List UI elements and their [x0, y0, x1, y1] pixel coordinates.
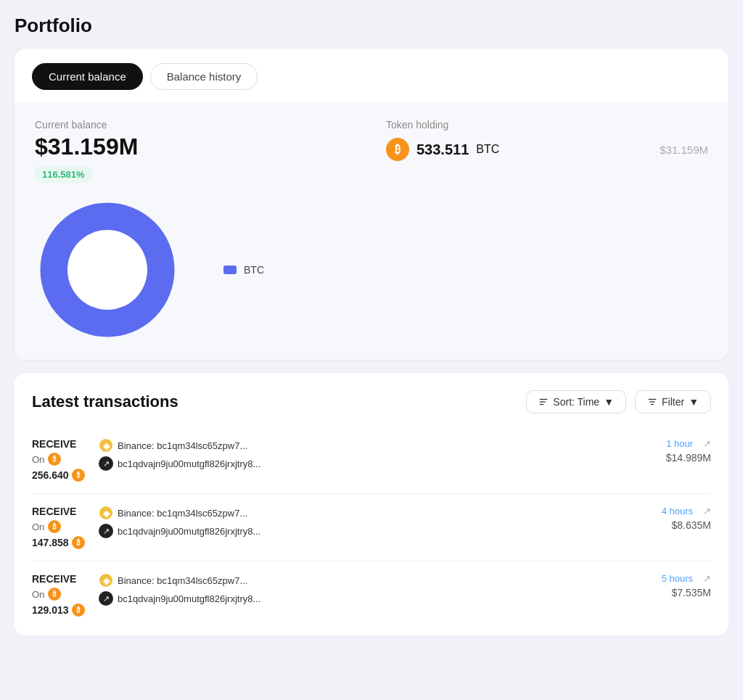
- balance-left: Current balance $31.159M 116.581%: [35, 119, 357, 183]
- tx-from-row-1: ◈ Binance: bc1qm34lsc65zpw7...: [99, 506, 630, 520]
- tab-current-balance[interactable]: Current balance: [32, 63, 143, 90]
- svg-point-1: [67, 230, 147, 310]
- exchange-icon-0: ◈: [99, 438, 113, 453]
- token-holding-label: Token holding: [386, 119, 708, 131]
- arrow-icon-2: ↗: [99, 591, 113, 606]
- token-amount: 533.511: [416, 141, 469, 158]
- exchange-icon-1: ◈: [99, 506, 113, 520]
- tabs-section: Current balance Balance history: [15, 49, 728, 102]
- header-controls: Sort: Time ▼ Filter ▼: [526, 390, 711, 413]
- arrow-icon-0: ↗: [99, 456, 113, 471]
- tx-type-0: RECEIVE: [32, 438, 90, 450]
- tx-amount-row-1: 147.858 ₿: [32, 536, 90, 549]
- token-usd: $31.159M: [660, 144, 708, 156]
- tx-on-row-1: On ₿: [32, 520, 90, 533]
- tx-type-col-1: RECEIVE On ₿ 147.858 ₿: [32, 506, 90, 549]
- portfolio-card: Current balance Balance history Current …: [15, 49, 728, 360]
- tx-to-row-2: ↗ bc1qdvajn9ju00mutgfl826jrxjtry8...: [99, 591, 630, 606]
- transactions-title: Latest transactions: [32, 392, 178, 411]
- tx-to-row-0: ↗ bc1qdvajn9ju00mutgfl826jrxjtry8...: [99, 456, 630, 471]
- tx-time-2: 5 hours: [662, 573, 693, 584]
- tx-link-icon-0[interactable]: ↗: [703, 438, 711, 449]
- tab-balance-history[interactable]: Balance history: [150, 63, 258, 90]
- svg-text:◈: ◈: [102, 576, 110, 586]
- page-title: Portfolio: [15, 15, 728, 37]
- tx-type-col-0: RECEIVE On ₿ 256.640 ₿: [32, 438, 90, 482]
- exchange-icon-2: ◈: [99, 573, 113, 588]
- legend-label-btc: BTC: [244, 264, 264, 276]
- tx-to-address-0: bc1qdvajn9ju00mutgfl826jrxjtry8...: [118, 458, 260, 469]
- tx-amount-row-0: 256.640 ₿: [32, 469, 90, 482]
- btc-mini-icon-amt-1: ₿: [72, 536, 85, 549]
- tx-from-row-0: ◈ Binance: bc1qm34lsc65zpw7...: [99, 438, 630, 453]
- btc-mini-icon-2: ₿: [48, 588, 61, 601]
- tx-from-address-2: Binance: bc1qm34lsc65zpw7...: [118, 575, 247, 586]
- transaction-item: RECEIVE On ₿ 129.013 ₿ ◈ Binance: bc1qm3…: [32, 561, 711, 628]
- transaction-item: RECEIVE On ₿ 147.858 ₿ ◈ Binance: bc1qm3…: [32, 494, 711, 561]
- legend-dot-btc: [223, 265, 237, 274]
- tx-middle-2: ◈ Binance: bc1qm34lsc65zpw7... ↗ bc1qdva…: [99, 573, 630, 606]
- tx-on-label-1: On: [32, 522, 44, 532]
- tx-link-icon-1[interactable]: ↗: [703, 506, 711, 516]
- chart-legend-area: BTC: [35, 197, 708, 342]
- token-row: ₿ 533.511 BTC $31.159M: [386, 138, 708, 161]
- tx-to-address-1: bc1qdvajn9ju00mutgfl826jrxjtry8...: [118, 526, 260, 537]
- sort-label: Sort: Time: [553, 396, 599, 408]
- tx-type-col-2: RECEIVE On ₿ 129.013 ₿: [32, 573, 90, 617]
- arrow-icon-1: ↗: [99, 524, 113, 538]
- filter-button[interactable]: Filter ▼: [635, 390, 711, 413]
- tx-on-row-2: On ₿: [32, 588, 90, 601]
- tx-type-2: RECEIVE: [32, 573, 90, 585]
- balance-content: Current balance $31.159M 116.581% Token …: [15, 102, 728, 360]
- tx-link-icon-2[interactable]: ↗: [703, 573, 711, 584]
- tx-time-1: 4 hours: [662, 506, 693, 516]
- tx-type-1: RECEIVE: [32, 506, 90, 517]
- tx-to-address-2: bc1qdvajn9ju00mutgfl826jrxjtry8...: [118, 593, 260, 604]
- donut-chart: [35, 197, 180, 342]
- filter-icon: [647, 397, 657, 407]
- tx-usd-1: $8.635M: [639, 519, 711, 531]
- tx-right-0: 1 hour ↗ $14.989M: [639, 438, 711, 464]
- filter-chevron: ▼: [689, 396, 699, 408]
- svg-text:◈: ◈: [102, 441, 110, 451]
- tx-amount-row-2: 129.013 ₿: [32, 604, 90, 617]
- tx-amount-2: 129.013: [32, 604, 69, 616]
- btc-mini-icon-amt-2: ₿: [72, 604, 85, 617]
- tx-amount-1: 147.858: [32, 537, 69, 548]
- btc-mini-icon-amt-0: ₿: [72, 469, 85, 482]
- btc-mini-icon-1: ₿: [48, 520, 61, 533]
- tx-right-1: 4 hours ↗ $8.635M: [639, 506, 711, 531]
- tabs-row: Current balance Balance history: [32, 63, 711, 90]
- tx-amount-0: 256.640: [32, 469, 69, 481]
- svg-text:◈: ◈: [102, 508, 110, 519]
- transactions-card: Latest transactions Sort: Time ▼: [15, 373, 728, 635]
- btc-icon: ₿: [386, 138, 409, 161]
- token-symbol: BTC: [476, 143, 499, 156]
- btc-mini-icon-0: ₿: [48, 453, 61, 466]
- transaction-item: RECEIVE On ₿ 256.640 ₿ ◈ Binance: bc1qm3…: [32, 427, 711, 494]
- tx-on-label-2: On: [32, 589, 44, 600]
- tx-to-row-1: ↗ bc1qdvajn9ju00mutgfl826jrxjtry8...: [99, 524, 630, 538]
- tx-from-row-2: ◈ Binance: bc1qm34lsc65zpw7...: [99, 573, 630, 588]
- tx-usd-2: $7.535M: [639, 587, 711, 598]
- legend-area: BTC: [223, 264, 264, 276]
- sort-chevron: ▼: [604, 396, 614, 408]
- transactions-header: Latest transactions Sort: Time ▼: [32, 390, 711, 413]
- tx-from-address-1: Binance: bc1qm34lsc65zpw7...: [118, 508, 247, 519]
- tx-time-0: 1 hour: [666, 438, 693, 449]
- token-holding-section: Token holding ₿ 533.511 BTC $31.159M: [386, 119, 708, 161]
- tx-usd-0: $14.989M: [639, 452, 711, 464]
- sort-button[interactable]: Sort: Time ▼: [526, 390, 626, 413]
- balance-amount: $31.159M: [35, 133, 357, 160]
- tx-from-address-0: Binance: bc1qm34lsc65zpw7...: [118, 440, 247, 451]
- tx-on-label-0: On: [32, 454, 44, 465]
- tx-on-row-0: On ₿: [32, 453, 90, 466]
- percent-badge: 116.581%: [35, 166, 92, 183]
- filter-label: Filter: [662, 396, 684, 408]
- top-balance-row: Current balance $31.159M 116.581% Token …: [35, 119, 708, 183]
- sort-icon: [538, 397, 549, 407]
- balance-label: Current balance: [35, 119, 357, 131]
- tx-middle-0: ◈ Binance: bc1qm34lsc65zpw7... ↗ bc1qdva…: [99, 438, 630, 471]
- tx-right-2: 5 hours ↗ $7.535M: [639, 573, 711, 598]
- tx-middle-1: ◈ Binance: bc1qm34lsc65zpw7... ↗ bc1qdva…: [99, 506, 630, 538]
